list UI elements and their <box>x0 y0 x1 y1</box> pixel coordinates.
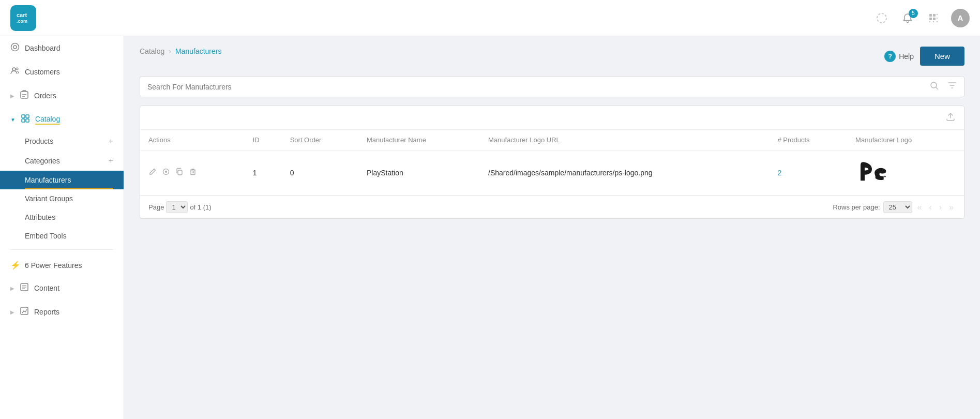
col-manufacturer-logo-url: Manufacturer Logo URL <box>480 130 769 151</box>
page-select[interactable]: 1 <box>166 201 188 213</box>
svg-rect-6 <box>937 14 938 15</box>
add-products-icon[interactable]: + <box>109 137 113 146</box>
svg-text:.com: .com <box>17 19 27 24</box>
svg-point-30 <box>884 176 886 177</box>
expand-icon-reports: ▶ <box>10 309 14 315</box>
filter-button[interactable] <box>947 81 957 93</box>
svg-rect-18 <box>22 115 25 118</box>
search-input[interactable] <box>147 83 930 91</box>
help-button[interactable]: ? Help <box>884 51 914 62</box>
apps-grid-icon[interactable] <box>925 10 942 26</box>
svg-rect-28 <box>191 170 195 175</box>
sidebar-item-label: Content <box>34 284 59 292</box>
edit-icon[interactable] <box>148 168 157 178</box>
notification-bell[interactable]: 5 <box>899 10 916 26</box>
new-button[interactable]: New <box>920 47 964 66</box>
svg-text:cart: cart <box>17 12 27 18</box>
search-bar <box>140 76 964 97</box>
svg-rect-8 <box>933 18 936 20</box>
add-categories-icon[interactable]: + <box>109 156 113 166</box>
search-icon <box>930 81 939 93</box>
sidebar-item-embed-tools[interactable]: Embed Tools <box>0 227 124 245</box>
svg-rect-5 <box>933 14 936 17</box>
row-id: 1 <box>245 151 282 196</box>
sidebar: Dashboard Customers ▶ <box>0 36 124 419</box>
dashboard-icon <box>10 42 20 54</box>
logo-icon: cart .com <box>10 5 36 31</box>
variant-groups-label: Variant Groups <box>25 194 73 203</box>
next-page-button[interactable]: › <box>937 202 944 213</box>
sidebar-item-dashboard[interactable]: Dashboard <box>0 36 124 60</box>
first-page-button[interactable]: « <box>915 202 924 213</box>
bolt-icon: ⚡ <box>10 260 21 270</box>
col-manufacturer-logo: Manufacturer Logo <box>847 130 964 151</box>
sidebar-item-customers[interactable]: Customers <box>0 60 124 84</box>
svg-rect-29 <box>861 165 865 181</box>
sidebar-item-label: Catalog <box>35 115 60 125</box>
embed-tools-label: Embed Tools <box>25 232 67 240</box>
last-page-button[interactable]: » <box>947 202 956 213</box>
svg-point-14 <box>13 46 17 49</box>
upload-icon[interactable] <box>945 111 956 124</box>
help-label: Help <box>899 52 914 61</box>
svg-point-15 <box>12 68 16 71</box>
rows-per-page-select[interactable]: 25 50 100 <box>883 201 912 213</box>
breadcrumb-parent[interactable]: Catalog <box>140 47 164 55</box>
playstation-logo <box>855 158 897 186</box>
copy-icon[interactable] <box>175 168 184 178</box>
sidebar-item-variant-groups[interactable]: Variant Groups <box>0 189 124 208</box>
row-logo-url: /Shared/images/sample/manufacturers/ps-l… <box>480 151 769 196</box>
loading-icon <box>873 10 890 26</box>
page-header: Catalog › Manufacturers ? Help New <box>140 47 964 66</box>
sidebar-item-label: Orders <box>34 92 56 100</box>
sidebar-item-reports[interactable]: ▶ Reports <box>0 300 124 324</box>
sidebar-item-products[interactable]: Products + <box>0 131 124 151</box>
sidebar-item-manufacturers[interactable]: Manufacturers <box>0 171 124 189</box>
svg-rect-21 <box>26 119 29 122</box>
customers-icon <box>10 66 20 78</box>
orders-icon <box>20 90 29 101</box>
table-toolbar <box>140 106 964 130</box>
sidebar-item-categories[interactable]: Categories + <box>0 151 124 171</box>
delete-icon[interactable] <box>189 168 197 178</box>
sidebar-item-label: Reports <box>34 308 59 316</box>
svg-point-26 <box>165 171 167 173</box>
sidebar-divider <box>10 249 113 250</box>
svg-point-24 <box>931 82 937 88</box>
sidebar-item-content[interactable]: ▶ Content <box>0 276 124 300</box>
sidebar-item-label: Dashboard <box>25 44 61 52</box>
svg-point-16 <box>16 68 18 70</box>
view-icon[interactable] <box>162 168 170 178</box>
svg-rect-4 <box>929 14 932 17</box>
sidebar-item-label: Customers <box>25 68 60 76</box>
logo[interactable]: cart .com <box>10 5 36 31</box>
sidebar-item-attributes[interactable]: Attributes <box>0 208 124 227</box>
svg-rect-10 <box>929 21 930 22</box>
reports-icon <box>20 306 29 318</box>
sidebar-item-power-features[interactable]: ⚡ 6 Power Features <box>0 254 124 276</box>
attributes-label: Attributes <box>25 213 55 221</box>
row-manufacturer-name: PlayStation <box>358 151 480 196</box>
svg-rect-20 <box>22 119 25 122</box>
breadcrumb: Catalog › Manufacturers <box>140 47 221 55</box>
user-avatar[interactable]: A <box>951 9 970 27</box>
sidebar-item-catalog[interactable]: ▼ Catalog <box>0 108 124 131</box>
svg-point-13 <box>11 43 19 51</box>
svg-rect-19 <box>26 115 29 118</box>
col-products-count: # Products <box>769 130 847 151</box>
expand-icon: ▶ <box>10 93 14 99</box>
col-sort-order: Sort Order <box>282 130 358 151</box>
col-id: ID <box>245 130 282 151</box>
svg-rect-7 <box>929 18 932 20</box>
breadcrumb-separator: › <box>169 47 171 55</box>
rows-per-page-label: Rows per page: <box>833 203 880 211</box>
row-logo <box>847 151 964 196</box>
content-icon <box>20 282 29 294</box>
main-layout: Dashboard Customers ▶ <box>0 36 980 419</box>
sidebar-item-orders[interactable]: ▶ Orders <box>0 84 124 108</box>
row-products-count[interactable]: 2 <box>769 151 847 196</box>
table-row: 1 0 PlayStation /Shared/images/sample/ma… <box>140 151 964 196</box>
col-manufacturer-name: Manufacturer Name <box>358 130 480 151</box>
prev-page-button[interactable]: ‹ <box>927 202 933 213</box>
main-content: Catalog › Manufacturers ? Help New <box>124 36 980 419</box>
